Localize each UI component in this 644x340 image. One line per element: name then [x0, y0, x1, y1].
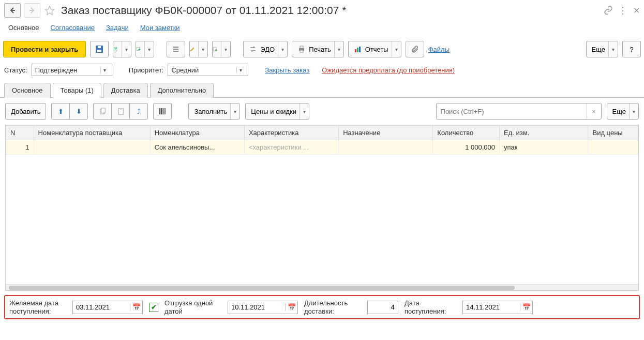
scrollbar-thumb[interactable] [9, 286, 515, 290]
ship-date-input[interactable]: 📅 [228, 301, 298, 314]
copy-icon [99, 108, 107, 115]
cell-char[interactable]: <характеристики ... [244, 140, 338, 155]
link-icon[interactable] [604, 6, 613, 15]
svg-rect-3 [97, 50, 101, 52]
nav-tab-main[interactable]: Основное [8, 24, 39, 32]
title-bar: Заказ поставщику ФБ0К-000007 от 01.11.20… [0, 0, 644, 21]
prices-discounts-button[interactable]: Цены и скидки ▾ [245, 103, 309, 120]
favorite-star-icon[interactable] [43, 4, 56, 17]
chevron-down-icon: ▾ [144, 41, 154, 57]
forward-button[interactable] [24, 3, 40, 18]
edit-button[interactable]: ▾ [189, 41, 208, 57]
cell-price-type[interactable] [588, 140, 638, 155]
close-icon[interactable]: ✕ [633, 6, 640, 16]
nav-tab-tasks[interactable]: Задачи [106, 24, 129, 32]
receipt-date-input[interactable]: 📅 [462, 301, 533, 314]
svg-rect-19 [101, 108, 106, 112]
goods-toolbar: Добавить ⬆ ⬇ ⤴ Заполнить ▾ Цены и скидки… [0, 98, 644, 125]
reports-button[interactable]: Отчеты ▾ [348, 41, 401, 57]
help-button[interactable]: ? [622, 41, 641, 57]
tab-goods[interactable]: Товары (1) [53, 83, 101, 98]
chevron-down-icon: ▾ [198, 41, 207, 57]
kebab-icon[interactable]: ⋮ [618, 5, 628, 16]
arrow-up-icon: ⬆ [58, 108, 64, 115]
post-button[interactable]: ▾ [113, 41, 131, 57]
back-button[interactable] [4, 3, 21, 18]
cell-n[interactable]: 1 [6, 140, 34, 155]
ship-date-field[interactable] [228, 303, 285, 311]
tab-main[interactable]: Основное [4, 83, 51, 98]
col-price-type[interactable]: Вид цены [588, 126, 638, 140]
col-qty[interactable]: Количество [433, 126, 500, 140]
split-button[interactable]: ⤴ [129, 103, 148, 120]
nav-tab-approval[interactable]: Согласование [51, 24, 95, 32]
list-button[interactable] [167, 41, 185, 57]
paste-row-button[interactable] [111, 103, 130, 120]
tab-delivery[interactable]: Доставка [103, 83, 148, 98]
create-based-on-button[interactable]: ▾ [136, 41, 154, 57]
page-gear-icon [213, 45, 218, 53]
svg-rect-14 [300, 50, 303, 52]
table-row[interactable]: 1 Сок апельсиновы... <характеристики ...… [6, 140, 638, 155]
print-button[interactable]: Печать ▾ [292, 41, 344, 57]
close-order-link[interactable]: Закрыть заказ [265, 66, 309, 74]
status-select[interactable]: Подтвержден ▾ [32, 64, 112, 76]
calendar-icon[interactable]: 📅 [520, 303, 532, 311]
move-down-button[interactable]: ⬇ [69, 103, 88, 120]
edo-button[interactable]: ЭДО ▾ [243, 41, 288, 57]
single-shipment-label: Отгрузка одной датой [164, 299, 221, 315]
col-unit[interactable]: Ед. изм. [499, 126, 588, 140]
cell-nomen[interactable]: Сок апельсиновы... [150, 140, 244, 155]
horizontal-scrollbar[interactable] [6, 284, 638, 290]
more-rows-button[interactable]: Еще ▾ [607, 103, 639, 120]
duration-input[interactable] [367, 301, 398, 314]
svg-rect-6 [137, 47, 140, 50]
chevron-down-icon: ▾ [100, 67, 109, 73]
svg-rect-21 [120, 108, 122, 109]
main-toolbar: Провести и закрыть ▾ ▾ ▾ ▾ ЭДО ▾ Печать … [0, 37, 644, 62]
priority-select[interactable]: Средний ▾ [168, 64, 248, 76]
chevron-down-icon: ▾ [299, 104, 309, 119]
fill-button[interactable]: Заполнить ▾ [188, 103, 240, 120]
calendar-icon[interactable]: 📅 [130, 303, 142, 311]
cell-supplier-nomen[interactable] [34, 140, 150, 155]
move-up-button[interactable]: ⬆ [51, 103, 70, 120]
clear-search-icon[interactable]: × [587, 104, 601, 119]
search-field[interactable]: × [436, 103, 602, 120]
chevron-down-icon: ▾ [122, 41, 131, 57]
prepay-status-link[interactable]: Ожидается предоплата (до приобретения) [322, 66, 455, 74]
chevron-down-icon: ▾ [278, 41, 287, 57]
cell-qty[interactable]: 1 000,000 [433, 140, 500, 155]
paste-icon [117, 108, 125, 115]
attach-file-button[interactable] [406, 41, 424, 57]
cell-dest[interactable] [339, 140, 433, 155]
chevron-down-icon: ▾ [230, 104, 239, 119]
list-icon [172, 45, 180, 53]
col-n[interactable]: N [6, 126, 34, 140]
save-button[interactable] [90, 41, 109, 57]
single-shipment-checkbox[interactable]: ✔ [149, 303, 158, 312]
post-and-close-button[interactable]: Провести и закрыть [3, 41, 86, 57]
tab-extra[interactable]: Дополнительно [150, 83, 214, 98]
col-dest[interactable]: Назначение [339, 126, 433, 140]
col-char[interactable]: Характеристика [244, 126, 338, 140]
search-input[interactable] [437, 108, 587, 115]
col-supplier-nomen[interactable]: Номенклатура поставщика [34, 126, 150, 140]
desired-date-field[interactable] [73, 303, 130, 311]
attachments-button[interactable]: ▾ [212, 41, 231, 57]
col-nomen[interactable]: Номенклатура [150, 126, 244, 140]
print-label: Печать [309, 46, 331, 53]
receipt-date-field[interactable] [463, 303, 520, 311]
barcode-button[interactable] [153, 103, 172, 120]
more-button[interactable]: Еще ▾ [586, 41, 618, 57]
desired-date-input[interactable]: 📅 [72, 301, 143, 314]
paperclip-icon [411, 45, 419, 53]
chevron-down-icon: ▾ [608, 41, 618, 57]
nav-tab-notes[interactable]: Мои заметки [140, 24, 180, 32]
copy-row-button[interactable] [93, 103, 112, 120]
split-icon: ⤴ [137, 108, 141, 115]
files-link[interactable]: Файлы [428, 46, 450, 53]
cell-unit[interactable]: упак [499, 140, 588, 155]
add-row-button[interactable]: Добавить [5, 103, 46, 120]
calendar-icon[interactable]: 📅 [285, 303, 297, 311]
